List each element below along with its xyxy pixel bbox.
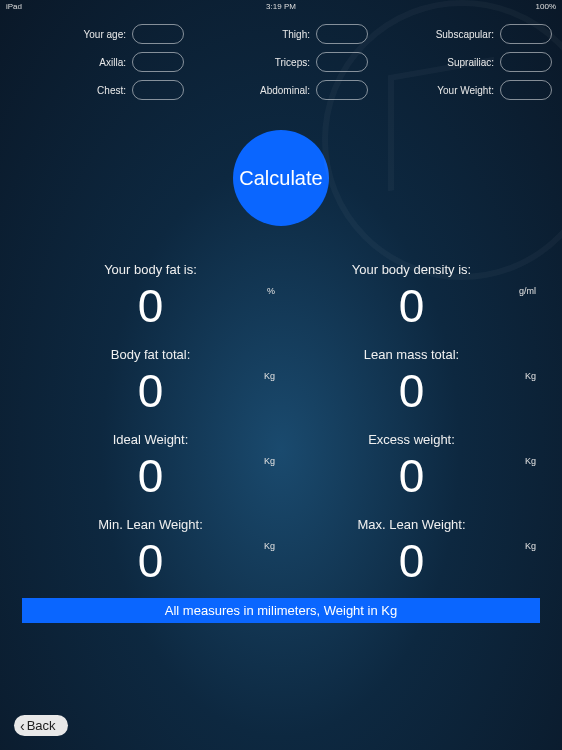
result-unit: Kg <box>525 541 536 551</box>
result-value: 0 <box>281 368 542 414</box>
input-row-abdominal: Abdominal: <box>194 80 368 100</box>
input-label: Abdominal: <box>260 85 310 96</box>
result-max-lean-weight: Max. Lean Weight: 0 Kg <box>281 511 542 588</box>
calculate-button[interactable]: Calculate <box>233 130 329 226</box>
axilla-input[interactable] <box>132 52 184 72</box>
result-unit: Kg <box>525 456 536 466</box>
input-label: Thigh: <box>282 29 310 40</box>
input-label: Triceps: <box>275 57 310 68</box>
thigh-input[interactable] <box>316 24 368 44</box>
result-value: 0 <box>281 538 542 584</box>
input-row-weight: Your Weight: <box>378 80 552 100</box>
result-unit: Kg <box>264 541 275 551</box>
abdominal-input[interactable] <box>316 80 368 100</box>
suprailiac-input[interactable] <box>500 52 552 72</box>
result-body-density: Your body density is: 0 g/ml <box>281 256 542 333</box>
result-unit: Kg <box>525 371 536 381</box>
result-unit: Kg <box>264 456 275 466</box>
triceps-input[interactable] <box>316 52 368 72</box>
result-lean-mass-total: Lean mass total: 0 Kg <box>281 341 542 418</box>
result-ideal-weight: Ideal Weight: 0 Kg <box>20 426 281 503</box>
input-label: Subscapular: <box>436 29 494 40</box>
back-label: Back <box>27 718 56 733</box>
result-label: Ideal Weight: <box>20 432 281 447</box>
input-row-suprailiac: Suprailiac: <box>378 52 552 72</box>
result-value: 0 <box>281 453 542 499</box>
result-body-fat: Your body fat is: 0 % <box>20 256 281 333</box>
input-row-thigh: Thigh: <box>194 24 368 44</box>
inputs-grid: Your age: Thigh: Subscapular: Axilla: Tr… <box>0 12 562 108</box>
input-row-age: Your age: <box>10 24 184 44</box>
result-value: 0 <box>20 538 281 584</box>
result-min-lean-weight: Min. Lean Weight: 0 Kg <box>20 511 281 588</box>
calculate-label: Calculate <box>239 167 322 190</box>
status-bar: iPad 3:19 PM 100% <box>0 0 562 12</box>
input-label: Axilla: <box>99 57 126 68</box>
input-row-chest: Chest: <box>10 80 184 100</box>
age-input[interactable] <box>132 24 184 44</box>
result-label: Your body density is: <box>281 262 542 277</box>
back-button[interactable]: ‹ Back <box>14 715 68 736</box>
subscapular-input[interactable] <box>500 24 552 44</box>
result-label: Body fat total: <box>20 347 281 362</box>
result-body-fat-total: Body fat total: 0 Kg <box>20 341 281 418</box>
result-label: Max. Lean Weight: <box>281 517 542 532</box>
input-row-triceps: Triceps: <box>194 52 368 72</box>
result-value: 0 <box>20 453 281 499</box>
status-time: 3:19 PM <box>266 2 296 11</box>
result-label: Min. Lean Weight: <box>20 517 281 532</box>
result-unit: % <box>267 286 275 296</box>
result-label: Lean mass total: <box>281 347 542 362</box>
result-excess-weight: Excess weight: 0 Kg <box>281 426 542 503</box>
weight-input[interactable] <box>500 80 552 100</box>
result-value: 0 <box>281 283 542 329</box>
result-label: Your body fat is: <box>20 262 281 277</box>
footer-note: All measures in milimeters, Weight in Kg <box>22 598 540 623</box>
result-value: 0 <box>20 368 281 414</box>
result-label: Excess weight: <box>281 432 542 447</box>
chevron-left-icon: ‹ <box>20 719 25 733</box>
input-label: Suprailiac: <box>447 57 494 68</box>
result-unit: g/ml <box>519 286 536 296</box>
results-grid: Your body fat is: 0 % Your body density … <box>0 256 562 588</box>
status-battery: 100% <box>536 2 556 11</box>
input-label: Chest: <box>97 85 126 96</box>
input-row-axilla: Axilla: <box>10 52 184 72</box>
status-carrier: iPad <box>6 2 22 11</box>
input-label: Your Weight: <box>437 85 494 96</box>
input-row-subscapular: Subscapular: <box>378 24 552 44</box>
chest-input[interactable] <box>132 80 184 100</box>
result-unit: Kg <box>264 371 275 381</box>
input-label: Your age: <box>84 29 126 40</box>
result-value: 0 <box>20 283 281 329</box>
